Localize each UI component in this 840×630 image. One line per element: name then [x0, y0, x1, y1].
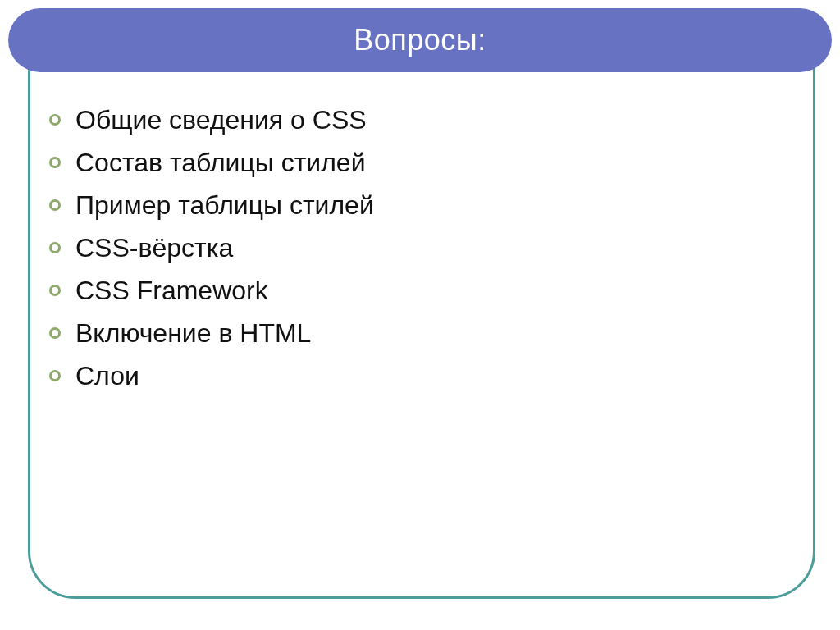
title-pill: Вопросы:	[8, 8, 832, 72]
list-item-label: CSS Framework	[75, 277, 268, 304]
list-item: CSS-вёрстка	[49, 235, 807, 261]
title-underline	[430, 77, 812, 80]
list-item: Состав таблицы стилей	[49, 149, 807, 176]
list-item-label: Слои	[75, 363, 139, 389]
list-item: CSS Framework	[49, 277, 807, 304]
bullet-icon	[49, 242, 61, 253]
list-item: Общие сведения о CSS	[49, 107, 807, 133]
bullet-icon	[49, 157, 61, 168]
topics-list: Общие сведения о CSS Состав таблицы стил…	[49, 107, 807, 405]
bullet-icon	[49, 285, 61, 296]
bullet-icon	[49, 114, 61, 126]
slide-title: Вопросы:	[354, 23, 486, 57]
list-item-label: Общие сведения о CSS	[75, 107, 367, 133]
list-item: Включение в HTML	[49, 320, 807, 346]
list-item-label: Включение в HTML	[75, 320, 311, 346]
list-item: Слои	[49, 363, 807, 389]
bullet-icon	[49, 370, 61, 381]
slide: Вопросы: Общие сведения о CSS Состав таб…	[0, 0, 840, 630]
bullet-icon	[49, 199, 61, 211]
bullet-icon	[49, 327, 61, 339]
list-item-label: CSS-вёрстка	[75, 235, 233, 261]
list-item-label: Состав таблицы стилей	[75, 149, 366, 176]
list-item: Пример таблицы стилей	[49, 192, 807, 218]
list-item-label: Пример таблицы стилей	[75, 192, 374, 218]
